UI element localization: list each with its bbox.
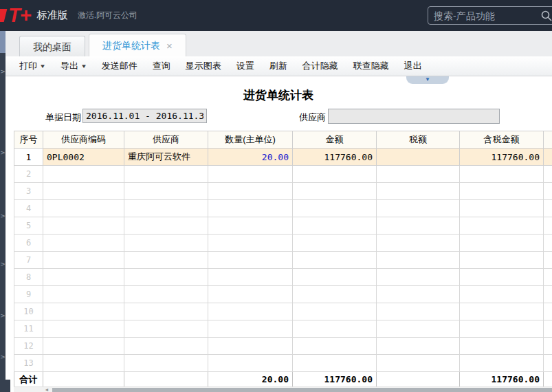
cell-empty[interactable]	[208, 355, 293, 372]
grid-data-row[interactable]: 10PL0002重庆阿可云软件20.00117760.00117760.00	[14, 149, 552, 166]
cell-empty[interactable]	[544, 235, 552, 252]
cell-seq[interactable]: 8	[14, 269, 43, 286]
cell-empty[interactable]	[124, 303, 208, 320]
toolbar-refresh-button[interactable]: 刷新	[262, 60, 295, 72]
cell-empty[interactable]	[43, 200, 124, 217]
tab-my-desktop[interactable]: 我的桌面	[19, 36, 85, 56]
cell-empty[interactable]	[544, 166, 552, 183]
cell-seq[interactable]: 3	[14, 183, 43, 200]
cell-empty[interactable]	[124, 338, 208, 355]
sidebar-expand-chevron-icon[interactable]: >	[0, 150, 5, 156]
cell-empty[interactable]	[460, 355, 544, 372]
cell-empty[interactable]	[460, 320, 544, 338]
toolbar-settings-button[interactable]: 设置	[229, 60, 262, 72]
cell-empty[interactable]	[377, 355, 460, 372]
scrollbar-thumb[interactable]	[52, 388, 552, 392]
cell-empty[interactable]	[293, 303, 377, 320]
search-input[interactable]	[434, 10, 538, 21]
cell-empty[interactable]	[124, 217, 208, 235]
cell-empty[interactable]	[460, 200, 544, 217]
toolbar-query-button[interactable]: 查询	[145, 60, 178, 72]
grid-empty-row[interactable]: 5	[14, 217, 552, 235]
cell-empty[interactable]	[43, 286, 124, 303]
cell-extra[interactable]	[544, 149, 552, 166]
cell-empty[interactable]	[377, 200, 460, 217]
filter-date-input[interactable]	[82, 109, 207, 123]
cell-empty[interactable]	[544, 338, 552, 355]
cell-seq[interactable]: 4	[14, 200, 43, 217]
cell-empty[interactable]	[377, 320, 460, 338]
cell-seq[interactable]: 13	[14, 355, 43, 372]
cell-empty[interactable]	[293, 269, 377, 286]
grid-empty-row[interactable]: 13	[14, 355, 552, 372]
cell-empty[interactable]	[124, 320, 208, 338]
cell-empty[interactable]	[124, 252, 208, 269]
cell-tax-included-amount[interactable]: 117760.00	[460, 149, 544, 166]
cell-tax[interactable]	[377, 149, 460, 166]
cell-empty[interactable]	[293, 200, 377, 217]
sidebar-expand-chevron-icon[interactable]: >	[0, 313, 5, 319]
cell-empty[interactable]	[544, 252, 552, 269]
toolbar-export-button[interactable]: 导出▼	[53, 60, 94, 72]
toolbar-print-button[interactable]: 打印▼	[12, 60, 53, 72]
cell-seq[interactable]: 6	[14, 235, 43, 252]
cell-empty[interactable]	[43, 320, 124, 338]
cell-empty[interactable]	[208, 338, 293, 355]
cell-empty[interactable]	[377, 286, 460, 303]
cell-empty[interactable]	[208, 235, 293, 252]
toolbar-collapse-handle[interactable]: ▼	[406, 76, 449, 84]
cell-empty[interactable]	[460, 183, 544, 200]
cell-empty[interactable]	[293, 235, 377, 252]
tab-close-icon[interactable]: ×	[166, 41, 173, 51]
cell-empty[interactable]	[293, 252, 377, 269]
cell-empty[interactable]	[544, 200, 552, 217]
cell-empty[interactable]	[208, 286, 293, 303]
cell-empty[interactable]	[460, 338, 544, 355]
cell-empty[interactable]	[208, 183, 293, 200]
cell-empty[interactable]	[460, 286, 544, 303]
grid-empty-row[interactable]: 6	[14, 235, 552, 252]
cell-empty[interactable]	[460, 252, 544, 269]
cell-empty[interactable]	[293, 217, 377, 235]
cell-seq[interactable]: 9	[14, 286, 43, 303]
cell-seq[interactable]: 1	[14, 149, 43, 166]
cell-amount[interactable]: 117760.00	[293, 149, 377, 166]
toolbar-hide-linkquery-button[interactable]: 联查隐藏	[346, 60, 397, 72]
cell-empty[interactable]	[377, 338, 460, 355]
cell-empty[interactable]	[377, 217, 460, 235]
cell-empty[interactable]	[43, 183, 124, 200]
cell-empty[interactable]	[208, 320, 293, 338]
sidebar-expand-chevron-icon[interactable]: >	[0, 69, 5, 75]
cell-quantity[interactable]: 20.00	[208, 149, 293, 166]
sidebar-expand-chevron-icon[interactable]: >	[0, 261, 5, 268]
grid-empty-row[interactable]: 8	[14, 269, 552, 286]
cell-empty[interactable]	[208, 217, 293, 235]
grid-empty-row[interactable]: 7	[14, 252, 552, 269]
cell-empty[interactable]	[544, 183, 552, 200]
cell-empty[interactable]	[377, 183, 460, 200]
cell-empty[interactable]	[124, 355, 208, 372]
grid-empty-row[interactable]: 3	[14, 183, 552, 200]
cell-seq[interactable]: 7	[14, 252, 43, 269]
cell-empty[interactable]	[544, 269, 552, 286]
grid-empty-row[interactable]: 4	[14, 200, 552, 217]
cell-empty[interactable]	[208, 269, 293, 286]
cell-empty[interactable]	[43, 166, 124, 183]
scroll-left-icon[interactable]: ◄	[43, 387, 51, 392]
cell-empty[interactable]	[208, 252, 293, 269]
cell-empty[interactable]	[43, 303, 124, 320]
cell-seq[interactable]: 12	[14, 338, 43, 355]
cell-empty[interactable]	[460, 166, 544, 183]
toolbar-show-chart-button[interactable]: 显示图表	[178, 60, 229, 72]
cell-empty[interactable]	[208, 200, 293, 217]
cell-empty[interactable]	[43, 217, 124, 235]
cell-seq[interactable]: 10	[14, 303, 43, 320]
cell-empty[interactable]	[124, 235, 208, 252]
cell-empty[interactable]	[293, 355, 377, 372]
grid-empty-row[interactable]: 11	[14, 320, 552, 338]
cell-empty[interactable]	[460, 217, 544, 235]
cell-seq[interactable]: 5	[14, 217, 43, 235]
cell-empty[interactable]	[43, 338, 124, 355]
cell-empty[interactable]	[377, 303, 460, 320]
search-icon[interactable]	[541, 10, 552, 21]
